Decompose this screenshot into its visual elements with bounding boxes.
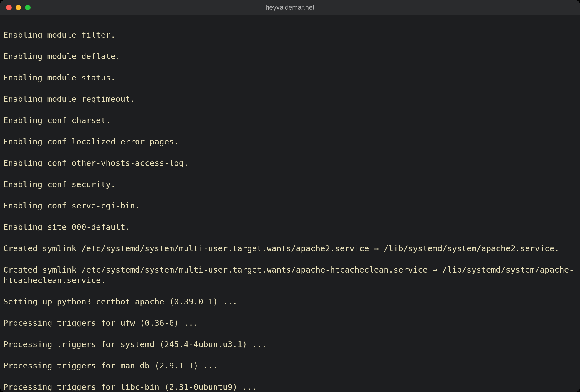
output-line: Processing triggers for systemd (245.4-4…: [3, 339, 577, 350]
minimize-icon[interactable]: [16, 5, 21, 10]
output-line: Enabling module reqtimeout.: [3, 94, 577, 105]
terminal-content[interactable]: Enabling module filter. Enabling module …: [0, 15, 580, 392]
output-line: Setting up python3-certbot-apache (0.39.…: [3, 296, 577, 307]
window-title: heyvaldemar.net: [0, 4, 580, 11]
output-line: Enabling conf other-vhosts-access-log.: [3, 158, 577, 169]
output-line: Created symlink /etc/systemd/system/mult…: [3, 243, 577, 254]
output-line: Enabling conf charset.: [3, 115, 577, 126]
output-line: Created symlink /etc/systemd/system/mult…: [3, 264, 577, 286]
terminal-window: heyvaldemar.net Enabling module filter. …: [0, 0, 580, 392]
window-controls: [0, 5, 31, 10]
output-line: Enabling conf security.: [3, 179, 577, 190]
output-line: Enabling conf localized-error-pages.: [3, 136, 577, 147]
maximize-icon[interactable]: [25, 5, 31, 10]
output-line: Enabling module status.: [3, 72, 577, 83]
output-line: Processing triggers for man-db (2.9.1-1)…: [3, 360, 577, 371]
output-line: Enabling module deflate.: [3, 51, 577, 62]
output-line: Processing triggers for libc-bin (2.31-0…: [3, 382, 577, 392]
titlebar[interactable]: heyvaldemar.net: [0, 0, 580, 15]
close-icon[interactable]: [6, 5, 12, 10]
output-line: Enabling site 000-default.: [3, 222, 577, 233]
output-line: Enabling conf serve-cgi-bin.: [3, 200, 577, 211]
output-line: Enabling module filter.: [3, 30, 577, 40]
output-line: Processing triggers for ufw (0.36-6) ...: [3, 318, 577, 329]
